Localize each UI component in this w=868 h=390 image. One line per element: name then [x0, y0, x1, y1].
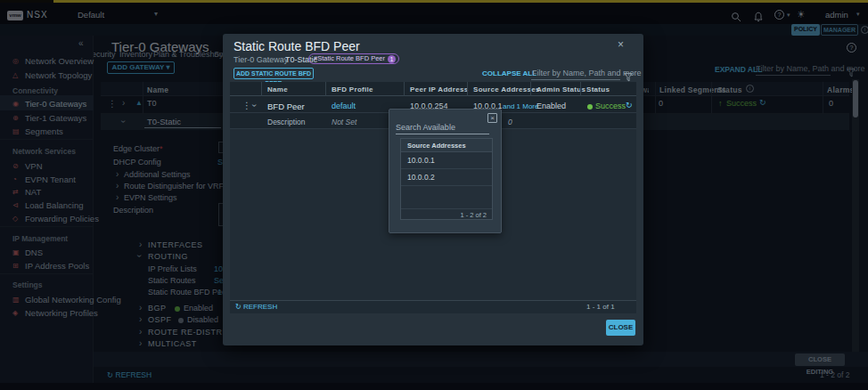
refresh-icon: ↻: [235, 303, 242, 311]
source-more-link[interactable]: and 1 More: [503, 102, 538, 110]
source-addresses-popup: × Search Available Source Addresses 10.0…: [389, 109, 502, 233]
popup-row-ip2[interactable]: 10.0.0.2: [401, 169, 492, 186]
popup-pagination: 1 - 2 of 2: [401, 208, 492, 219]
bfd-peer-count-badge: #Static Route BFD Peer 1: [308, 53, 399, 64]
admin-status-value: Enabled: [536, 102, 566, 110]
popup-search-input[interactable]: Search Available: [396, 123, 455, 132]
popup-col-source-addresses: Source Addresses: [401, 139, 492, 152]
detail-description-label: Description: [267, 118, 306, 126]
popup-table: Source Addresses 10.0.0.1 10.0.0.2 1 - 2…: [400, 138, 493, 220]
bfd-status-dot: [587, 104, 593, 110]
nsx-app: vmw NSX Default ▾ ? ▾ ☀ admin ▾ Home Net…: [0, 0, 868, 390]
modal-close-icon[interactable]: ×: [618, 38, 624, 51]
modal-breadcrumb-label: Tier-0 Gateway: [233, 55, 288, 64]
col-bfd-status: Status: [586, 85, 610, 93]
detail-extra-value: 0: [508, 118, 512, 126]
modal-refresh-link[interactable]: ↻ REFRESH: [235, 303, 277, 311]
bfd-status-value: Success: [595, 102, 626, 110]
add-static-route-bfd-peer-button[interactable]: ADD STATIC ROUTE BFD PEER: [233, 68, 314, 79]
detail-description-value: Not Set: [332, 118, 356, 126]
col-bfd-profile: BFD Profile: [332, 85, 373, 93]
col-admin-status: Admin Status: [536, 85, 585, 93]
col-bfd-name: Name: [267, 85, 288, 93]
bfd-peer-name: BFD Peer: [267, 102, 305, 111]
collapse-all-link[interactable]: COLLAPSE ALL: [482, 69, 536, 77]
modal-close-button[interactable]: CLOSE: [606, 320, 635, 336]
col-peer-ip: Peer IP Address: [410, 85, 468, 93]
bfd-profile-link[interactable]: default: [332, 102, 356, 110]
bfd-status-refresh-icon[interactable]: ↻: [626, 101, 633, 110]
modal-title: Static Route BFD Peer: [233, 39, 360, 53]
popup-close-icon[interactable]: ×: [487, 113, 497, 123]
bfd-table-footer: [230, 300, 636, 313]
modal-pagination: 1 - 1 of 1: [586, 303, 615, 311]
popup-search-underline: [396, 134, 489, 134]
badge-count: 1: [388, 55, 396, 63]
bfd-row-collapse-icon[interactable]: ›: [250, 104, 259, 107]
popup-row-ip1[interactable]: 10.0.0.1: [401, 152, 492, 169]
screen-top-strip-accent: [53, 0, 868, 3]
modal-filter-underline: [531, 79, 620, 80]
static-route-bfd-peer-modal: Static Route BFD Peer × Tier-0 Gateway T…: [223, 34, 643, 345]
popup-empty-space: [401, 186, 492, 208]
